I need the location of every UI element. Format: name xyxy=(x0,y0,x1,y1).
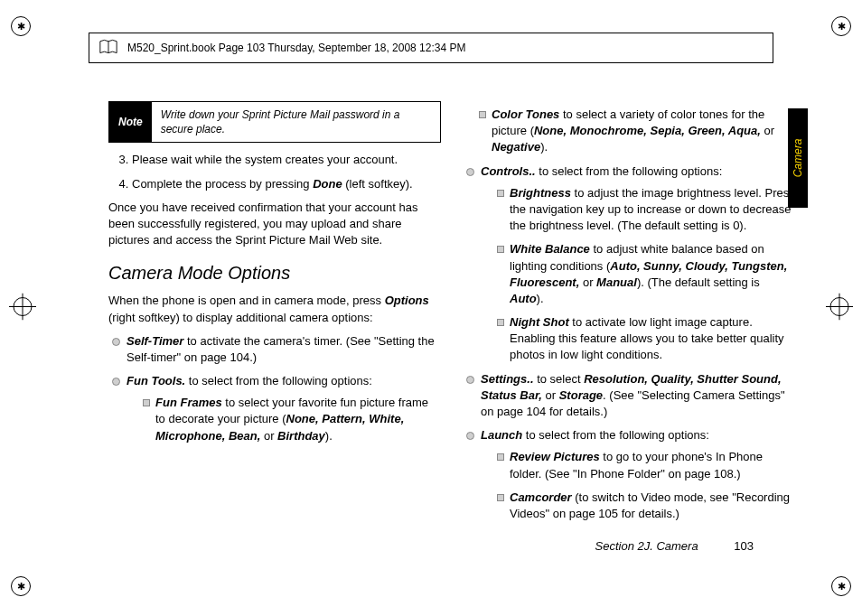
step-4: Complete the process by pressing Done (l… xyxy=(132,176,441,192)
launch-text: to select from the following options: xyxy=(522,428,709,442)
options-intro: When the phone is open and in camera mod… xyxy=(108,293,441,325)
wb-or: or xyxy=(583,275,596,289)
options-softkey-label: Options xyxy=(385,294,429,307)
funframes-last: Birthday xyxy=(277,429,325,443)
wb-auto: Auto xyxy=(510,292,537,305)
controls-text: to select from the following options: xyxy=(536,164,723,178)
crop-mark-tr: ✱ xyxy=(831,16,851,36)
sub-reviewpictures: Review Pictures to go to your phone's In… xyxy=(497,449,795,481)
colortones-label: Color Tones xyxy=(492,107,559,121)
wb-end: ). xyxy=(537,292,544,305)
done-softkey-label: Done xyxy=(313,177,342,191)
crop-mark-bl: ✱ xyxy=(11,576,31,596)
sub-whitebalance: White Balance to adjust white balance ba… xyxy=(497,241,795,307)
sub-funframes: Fun Frames to select your favorite fun p… xyxy=(143,395,441,444)
book-icon xyxy=(98,39,118,57)
selftimer-label: Self-Timer xyxy=(126,334,183,348)
wb-last: Manual xyxy=(596,275,637,289)
step-4-a: Complete the process by pressing xyxy=(132,177,313,191)
right-column: Color Tones to select a variety of color… xyxy=(463,101,795,553)
funframes-label: Fun Frames xyxy=(155,396,222,409)
funtools-subs: Fun Frames to select your favorite fun p… xyxy=(143,395,441,444)
sub-nightshot: Night Shot to activate low light image c… xyxy=(497,314,795,364)
note-box: Note Write down your Sprint Picture Mail… xyxy=(108,101,441,143)
nightshot-label: Night Shot xyxy=(510,315,569,329)
options-intro-c: (right softkey) to display additional ca… xyxy=(108,311,373,324)
page-content: Note Write down your Sprint Picture Mail… xyxy=(108,101,795,553)
colortones-end: ). xyxy=(540,140,548,154)
bullet-controls: Controls.. to select from the following … xyxy=(466,163,795,364)
crop-mark-tl: ✱ xyxy=(11,16,31,36)
review-label: Review Pictures xyxy=(510,450,600,463)
left-bullets: Self-Timer to activate the camera's time… xyxy=(112,333,441,444)
right-bullets: Controls.. to select from the following … xyxy=(466,163,795,523)
brightness-label: Brightness xyxy=(510,186,571,200)
sub-brightness: Brightness to adjust the image brightnes… xyxy=(497,185,795,235)
sub-camcorder: Camcorder (to switch to Video mode, see … xyxy=(497,490,795,522)
colortones-last: Negative xyxy=(492,140,540,154)
launch-subs: Review Pictures to go to your phone's In… xyxy=(497,449,795,522)
print-header-text: M520_Sprint.book Page 103 Thursday, Sept… xyxy=(127,42,465,54)
print-header: M520_Sprint.book Page 103 Thursday, Sept… xyxy=(89,33,773,63)
launch-label: Launch xyxy=(481,428,522,442)
section-heading: Camera Mode Options xyxy=(108,263,441,284)
funtools-text: to select from the following options: xyxy=(185,374,372,387)
settings-last: Storage xyxy=(559,388,603,402)
steps-list: Please wait while the system creates you… xyxy=(132,152,441,191)
settings-or: or xyxy=(546,388,559,402)
page-footer: Section 2J. Camera 103 xyxy=(595,539,754,553)
step-4-c: (left softkey). xyxy=(342,177,413,191)
controls-label: Controls.. xyxy=(481,164,536,178)
step-3-text: Please wait while the system creates you… xyxy=(132,153,398,166)
bullet-launch: Launch to select from the following opti… xyxy=(466,427,795,522)
funframes-or: or xyxy=(264,429,277,443)
crop-target-right xyxy=(826,294,853,323)
bullet-settings: Settings.. to select Resolution, Quality… xyxy=(466,371,795,421)
step-3: Please wait while the system creates you… xyxy=(132,152,441,168)
colortones-opts: None, Monochrome, Sepia, Green, Aqua, xyxy=(534,124,764,137)
sub-colortones: Color Tones to select a variety of color… xyxy=(479,107,795,156)
settings-text: to select xyxy=(534,372,585,386)
funframes-end: ). xyxy=(325,429,333,443)
left-column: Note Write down your Sprint Picture Mail… xyxy=(108,101,441,553)
confirmation-paragraph: Once you have received confirmation that… xyxy=(108,200,441,249)
colortones-sub: Color Tones to select a variety of color… xyxy=(479,107,795,156)
wb-c: ). (The default setting is xyxy=(637,275,760,289)
camcorder-label: Camcorder xyxy=(510,490,572,504)
wb-label: White Balance xyxy=(510,242,590,256)
controls-subs: Brightness to adjust the image brightnes… xyxy=(497,185,795,364)
note-label: Note xyxy=(109,102,152,142)
bullet-selftimer: Self-Timer to activate the camera's time… xyxy=(112,333,441,366)
funtools-label: Fun Tools. xyxy=(126,374,185,387)
options-intro-a: When the phone is open and in camera mod… xyxy=(108,294,385,307)
footer-section: Section 2J. Camera xyxy=(595,539,698,553)
note-text: Write down your Sprint Picture Mail pass… xyxy=(152,102,440,142)
bullet-funtools: Fun Tools. to select from the following … xyxy=(112,373,441,444)
footer-page-number: 103 xyxy=(734,539,754,553)
crop-target-left xyxy=(9,294,36,323)
crop-mark-br: ✱ xyxy=(831,576,851,596)
settings-label: Settings.. xyxy=(481,372,534,386)
colortones-or: or xyxy=(764,124,774,137)
